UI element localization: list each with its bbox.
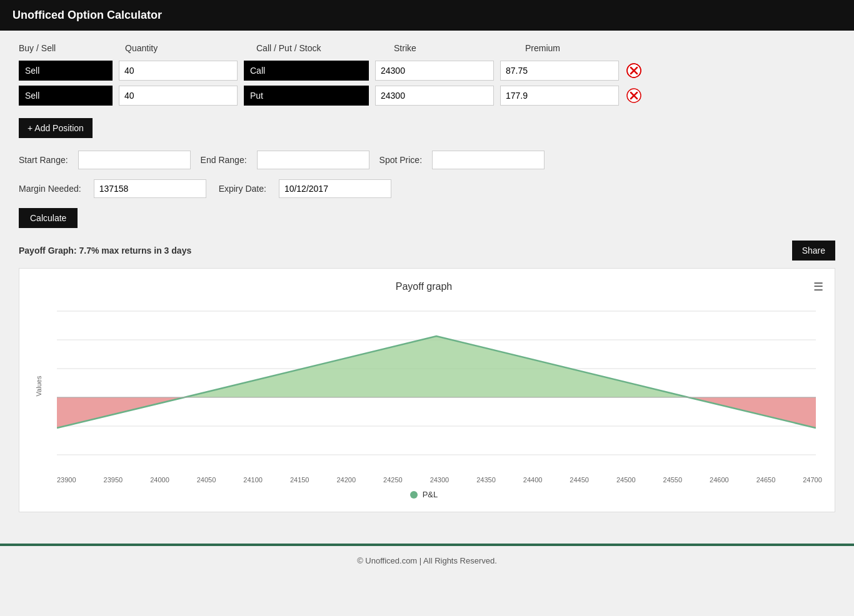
strike-input-2[interactable] <box>375 86 494 106</box>
range-row: Start Range: End Range: Spot Price: <box>19 151 835 169</box>
end-range-label: End Range: <box>201 155 247 165</box>
x-tick-5: 24150 <box>290 476 309 484</box>
x-tick-16: 24700 <box>803 476 822 484</box>
columns-header: Buy / Sell Quantity Call / Put / Stock S… <box>19 43 835 56</box>
x-tick-12: 24500 <box>616 476 636 484</box>
x-tick-14: 24600 <box>710 476 729 484</box>
x-tick-2: 24000 <box>150 476 169 484</box>
remove-btn-2[interactable] <box>625 87 643 104</box>
x-tick-13: 24550 <box>663 476 683 484</box>
payoff-chart-svg: 15k 10k 5k 0 -5k -10k <box>57 299 816 474</box>
x-tick-10: 24400 <box>523 476 543 484</box>
start-range-label: Start Range: <box>19 155 68 165</box>
legend-label: P&L <box>423 490 438 499</box>
x-tick-9: 24350 <box>476 476 496 484</box>
col-header-premium: Premium <box>525 43 650 53</box>
x-tick-7: 24250 <box>383 476 403 484</box>
footer: © Unofficed.com | All Rights Reserved. <box>0 544 854 575</box>
x-tick-1: 23950 <box>104 476 123 484</box>
expiry-input[interactable] <box>279 179 391 198</box>
chart-menu-icon[interactable]: ☰ <box>813 280 823 294</box>
chart-container: Payoff graph ☰ Values 15k <box>19 268 835 512</box>
main-content: Buy / Sell Quantity Call / Put / Stock S… <box>0 31 854 537</box>
y-axis-label: Values <box>35 376 43 397</box>
app-header: Unofficed Option Calculator <box>0 0 854 31</box>
payoff-header-text: Payoff Graph: 7.7% max returns in 3 days <box>19 246 191 256</box>
add-position-label: + Add Position <box>28 123 84 133</box>
payoff-header-row: Payoff Graph: 7.7% max returns in 3 days… <box>19 241 835 261</box>
chart-legend: P&L <box>26 490 822 499</box>
type-btn-2[interactable]: Put <box>244 86 369 106</box>
remove-icon-1 <box>626 63 641 78</box>
footer-text: © Unofficed.com | All Rights Reserved. <box>357 556 497 565</box>
margin-label: Margin Needed: <box>19 184 81 194</box>
col-header-buy-sell: Buy / Sell <box>19 43 119 53</box>
legend-dot <box>410 491 418 499</box>
x-tick-6: 24200 <box>336 476 356 484</box>
spot-price-input[interactable] <box>432 151 545 169</box>
start-range-input[interactable] <box>78 151 191 169</box>
x-axis-labels: 23900 23950 24000 24050 24100 24150 2420… <box>57 476 822 484</box>
end-range-input[interactable] <box>257 151 369 169</box>
expiry-label: Expiry Date: <box>219 184 266 194</box>
calculate-label: Calculate <box>30 213 66 223</box>
strike-input-1[interactable] <box>375 61 494 81</box>
margin-input[interactable] <box>94 179 206 198</box>
x-tick-0: 23900 <box>57 476 76 484</box>
col-header-type: Call / Put / Stock <box>256 43 388 53</box>
chart-area: Values 15k 10k 5k 0 <box>57 299 816 474</box>
buy-sell-btn-2[interactable]: Sell <box>19 86 113 106</box>
col-header-quantity: Quantity <box>125 43 250 53</box>
share-label: Share <box>802 246 825 256</box>
x-tick-15: 24650 <box>756 476 776 484</box>
quantity-input-1[interactable] <box>119 61 238 81</box>
col-header-strike: Strike <box>394 43 519 53</box>
margin-row: Margin Needed: Expiry Date: <box>19 179 835 198</box>
premium-input-2[interactable] <box>500 86 619 106</box>
remove-btn-1[interactable] <box>625 62 643 79</box>
position-row-2: Sell Put <box>19 86 835 106</box>
x-tick-3: 24050 <box>197 476 216 484</box>
spot-price-label: Spot Price: <box>379 155 422 165</box>
type-btn-1[interactable]: Call <box>244 61 369 81</box>
app-title: Unofficed Option Calculator <box>13 9 162 21</box>
x-tick-4: 24100 <box>243 476 263 484</box>
calculate-button[interactable]: Calculate <box>19 208 78 228</box>
add-position-button[interactable]: + Add Position <box>19 118 93 138</box>
svg-marker-20 <box>184 336 688 397</box>
chart-title: Payoff graph <box>26 281 822 292</box>
x-tick-11: 24450 <box>570 476 589 484</box>
buy-sell-btn-1[interactable]: Sell <box>19 61 113 81</box>
x-tick-8: 24300 <box>430 476 450 484</box>
position-row-1: Sell Call <box>19 61 835 81</box>
remove-icon-2 <box>626 88 641 103</box>
premium-input-1[interactable] <box>500 61 619 81</box>
share-button[interactable]: Share <box>792 241 835 261</box>
quantity-input-2[interactable] <box>119 86 238 106</box>
